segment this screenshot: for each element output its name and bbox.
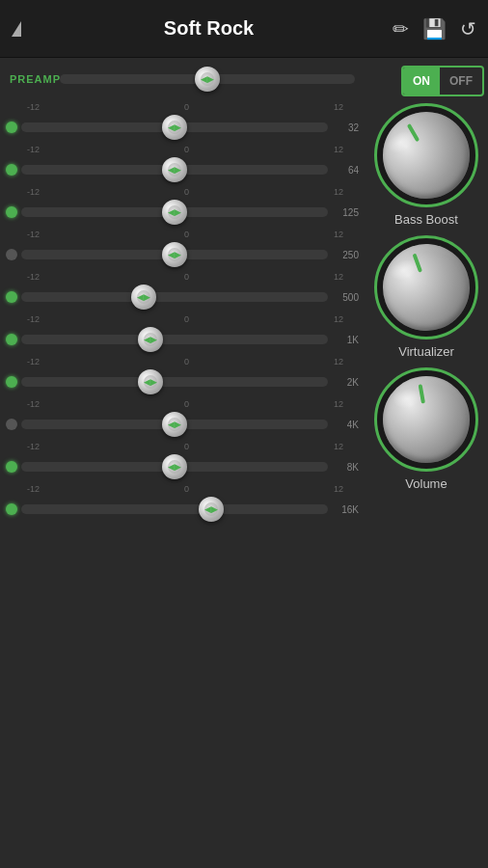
band-label-min: -12 [27,102,40,112]
band-label-max: 12 [334,399,343,409]
band-thumb-16K[interactable]: ◀▶ [199,497,224,522]
header: Soft Rock ✏ 💾 ↺ [0,0,488,58]
band-label-max: 12 [334,187,343,197]
eq-band-8K: -12 0 12 ◀▶8K [6,442,359,480]
band-thumb-250[interactable]: ◀▶ [162,242,187,267]
band-label-zero: 0 [184,187,189,197]
band-indicator-16K[interactable] [6,503,17,515]
band-thumb-8K[interactable]: ◀▶ [162,454,187,479]
band-track-2K[interactable]: ◀▶ [21,377,328,387]
band-slider-16K[interactable]: ◀▶ [21,496,328,523]
band-label-max: 12 [334,102,343,112]
band-thumb-inner-4K: ◀▶ [168,418,181,431]
knob-bass-boost[interactable] [373,102,479,208]
eq-band-125: -12 0 12 ◀▶125 [6,187,359,226]
band-track-1K[interactable]: ◀▶ [21,335,328,344]
band-row-500: ◀▶500 [6,284,359,311]
band-thumb-2K[interactable]: ◀▶ [138,369,163,394]
preamp-label: PREAMP [10,73,60,85]
band-track-64[interactable]: ◀▶ [21,165,328,175]
knob-outer-bass-boost [374,103,478,207]
band-label-max: 12 [334,272,343,282]
band-labels-8K: -12 0 12 [6,442,359,451]
band-arrows-500: ◀▶ [137,293,150,302]
band-track-500[interactable]: ◀▶ [21,292,328,302]
band-label-max: 12 [334,442,343,451]
band-thumb-125[interactable]: ◀▶ [162,200,187,225]
knob-virtualizer[interactable] [373,234,479,340]
knob-outer-virtualizer [374,235,478,339]
band-label-min: -12 [27,230,40,239]
header-left [12,21,25,37]
band-indicator-8K[interactable] [6,461,17,473]
preamp-thumb[interactable]: ◀▶ [195,67,220,92]
band-arrows-4K: ◀▶ [168,420,181,429]
band-slider-1K[interactable]: ◀▶ [21,326,328,353]
band-thumb-4K[interactable]: ◀▶ [162,412,187,437]
band-thumb-500[interactable]: ◀▶ [131,285,156,310]
reset-icon[interactable]: ↺ [460,17,476,41]
band-arrows-2K: ◀▶ [144,378,157,387]
band-indicator-64[interactable] [6,164,17,176]
band-thumb-1K[interactable]: ◀▶ [138,327,163,352]
page-title: Soft Rock [25,17,393,40]
toggle-off-button[interactable]: OFF [440,68,482,95]
band-thumb-inner-16K: ◀▶ [204,502,218,516]
band-thumb-32[interactable]: ◀▶ [162,115,187,140]
band-track-125[interactable]: ◀▶ [21,207,328,217]
band-thumb-64[interactable]: ◀▶ [162,157,187,182]
band-thumb-inner-2K: ◀▶ [144,375,157,389]
band-indicator-2K[interactable] [6,376,17,388]
band-label-max: 12 [334,314,343,324]
band-label-max: 12 [334,230,343,239]
band-freq-label-16K: 16K [332,504,359,515]
band-slider-8K[interactable]: ◀▶ [21,453,328,480]
preamp-slider[interactable]: ◀▶ [60,66,355,93]
band-slider-64[interactable]: ◀▶ [21,156,328,183]
band-label-min: -12 [27,442,40,451]
eq-band-4K: -12 0 12 ◀▶4K [6,399,359,438]
band-thumb-inner-1K: ◀▶ [144,333,157,346]
band-slider-250[interactable]: ◀▶ [21,241,328,268]
band-labels-16K: -12 0 12 [6,484,359,494]
preamp-arrows: ◀▶ [201,75,214,84]
band-slider-125[interactable]: ◀▶ [21,199,328,226]
band-thumb-inner-64: ◀▶ [168,163,181,176]
band-row-64: ◀▶64 [6,156,359,183]
save-icon[interactable]: 💾 [422,17,447,41]
band-track-32[interactable]: ◀▶ [21,122,328,132]
knob-container-volume: Volume [373,366,479,491]
pencil-icon[interactable]: ✏ [393,17,409,41]
knob-container-virtualizer: Virtualizer [373,234,479,359]
band-indicator-125[interactable] [6,206,17,218]
band-indicator-1K[interactable] [6,334,17,345]
band-label-min: -12 [27,484,40,494]
band-indicator-250[interactable] [6,249,17,260]
band-labels-4K: -12 0 12 [6,399,359,409]
eq-band-32: -12 0 12 ◀▶32 [6,102,359,141]
band-freq-label-8K: 8K [332,462,359,473]
band-row-2K: ◀▶2K [6,368,359,395]
toggle-switch[interactable]: ON OFF [401,66,484,96]
band-thumb-inner-125: ◀▶ [168,205,181,219]
band-slider-4K[interactable]: ◀▶ [21,411,328,438]
band-indicator-500[interactable] [6,291,17,303]
band-arrows-64: ◀▶ [168,166,181,175]
band-slider-500[interactable]: ◀▶ [21,284,328,311]
main-content: PREAMP ◀▶ -12 0 12 ◀▶32 -12 0 12 ◀▶64 -1… [0,58,488,868]
band-slider-2K[interactable]: ◀▶ [21,368,328,395]
knob-volume[interactable] [373,366,479,473]
band-label-zero: 0 [184,272,189,282]
band-track-8K[interactable]: ◀▶ [21,462,328,472]
band-track-4K[interactable]: ◀▶ [21,420,328,429]
band-track-16K[interactable]: ◀▶ [21,504,328,514]
band-track-250[interactable]: ◀▶ [21,250,328,259]
band-label-max: 12 [334,484,343,494]
band-labels-500: -12 0 12 [6,272,359,282]
eq-band-64: -12 0 12 ◀▶64 [6,145,359,183]
band-indicator-4K[interactable] [6,419,17,430]
toggle-on-button[interactable]: ON [403,68,440,95]
band-indicator-32[interactable] [6,122,17,133]
band-slider-32[interactable]: ◀▶ [21,114,328,141]
preamp-track[interactable]: ◀▶ [60,74,355,84]
